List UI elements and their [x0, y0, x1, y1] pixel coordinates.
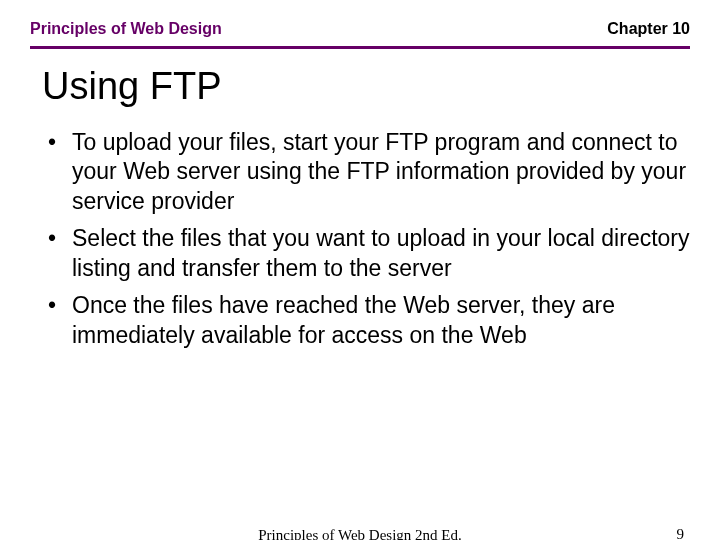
- bullet-list: To upload your files, start your FTP pro…: [48, 128, 690, 350]
- slide-content: To upload your files, start your FTP pro…: [30, 128, 690, 350]
- header-book-title: Principles of Web Design: [30, 20, 222, 38]
- slide-title: Using FTP: [42, 65, 690, 108]
- footer-book-title: Principles of Web Design 2nd Ed.: [258, 527, 462, 540]
- slide: Principles of Web Design Chapter 10 Usin…: [0, 0, 720, 540]
- header-chapter: Chapter 10: [607, 20, 690, 38]
- list-item: Once the files have reached the Web serv…: [48, 291, 690, 350]
- slide-header: Principles of Web Design Chapter 10: [30, 20, 690, 38]
- footer-center: Principles of Web Design 2nd Ed. Chapter…: [0, 526, 720, 540]
- list-item: To upload your files, start your FTP pro…: [48, 128, 690, 216]
- list-item: Select the files that you want to upload…: [48, 224, 690, 283]
- header-divider: [30, 46, 690, 49]
- page-number: 9: [677, 526, 685, 540]
